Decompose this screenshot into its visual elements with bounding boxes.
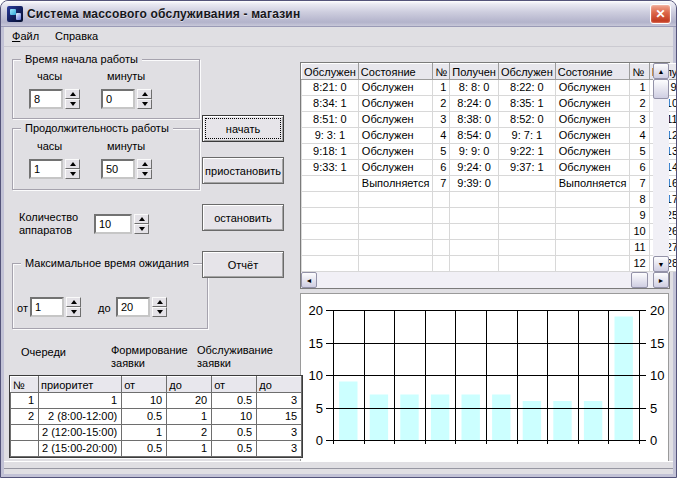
vertical-scrollbar[interactable]: ▲ ▼ xyxy=(653,63,669,272)
menu-item-file[interactable]: Файл xyxy=(4,27,47,44)
arrow-down-icon xyxy=(157,310,163,314)
spin-down-button[interactable] xyxy=(66,307,81,317)
grid-cell xyxy=(450,256,499,272)
close-button[interactable]: ✕ xyxy=(650,4,671,24)
utilization-chart-panel: 0055101015152020 xyxy=(300,293,669,463)
devices-count-input[interactable] xyxy=(94,214,132,234)
vertical-scroll-thumb[interactable] xyxy=(653,79,669,99)
grid-cell xyxy=(555,256,630,272)
grid-cell: 8:24: 0 xyxy=(450,96,499,112)
grid-cell: 3 xyxy=(257,425,302,441)
grid-cell: Обслужен xyxy=(358,144,433,160)
duration-hours-input[interactable] xyxy=(29,159,63,179)
spin-up-button[interactable] xyxy=(137,89,152,99)
spin-up-button[interactable] xyxy=(134,214,149,224)
grid-cell: 4 xyxy=(630,128,649,144)
grid-cell xyxy=(302,224,359,240)
grid-cell: 8:22: 0 xyxy=(498,80,555,96)
grid-cell: 2 xyxy=(167,425,212,441)
duration-minutes-input[interactable] xyxy=(101,159,135,179)
grid-cell xyxy=(498,240,555,256)
arrow-up-icon xyxy=(70,92,76,96)
grid-cell xyxy=(358,224,433,240)
grid-cell xyxy=(498,192,555,208)
grid-row: 118:27: 08 xyxy=(302,240,677,256)
spin-down-button[interactable] xyxy=(137,99,152,109)
pause-button[interactable]: приостановить xyxy=(202,157,284,184)
spin-up-button[interactable] xyxy=(66,297,81,307)
spin-up-button[interactable] xyxy=(65,89,80,99)
grid-cell xyxy=(433,256,450,272)
scroll-down-button[interactable]: ▼ xyxy=(653,256,669,272)
scroll-up-button[interactable]: ▲ xyxy=(653,63,669,79)
horizontal-scroll-thumb[interactable] xyxy=(631,272,648,288)
start-hours-input[interactable] xyxy=(29,89,63,109)
spin-down-button[interactable] xyxy=(65,169,80,179)
grid-cell: 8:52: 0 xyxy=(498,112,555,128)
grid-cell xyxy=(11,441,39,457)
grid-cell: 9: 7: 1 xyxy=(498,128,555,144)
arrow-down-icon xyxy=(70,172,76,176)
arrow-up-icon xyxy=(139,217,145,221)
spin-down-button[interactable] xyxy=(65,99,80,109)
scroll-right-button[interactable]: ► xyxy=(653,272,669,288)
grid-column-header: до xyxy=(257,377,302,393)
wait-to-input[interactable] xyxy=(116,297,150,317)
grid-cell: 0.5 xyxy=(212,441,257,457)
grid-cell: 8 xyxy=(630,192,649,208)
grid-cell xyxy=(11,425,39,441)
arrow-up-icon xyxy=(70,162,76,166)
spin-up-button[interactable] xyxy=(152,297,167,307)
grid-column-header: Получен xyxy=(450,64,499,80)
grid-cell: 2 xyxy=(11,409,39,425)
grid-row: 8:21: 0Обслужен18: 8: 08:22: 0Обслужен18… xyxy=(302,80,677,96)
app-window: Система массового обслуживания - магазин… xyxy=(0,0,677,478)
grid-row: 98:25: 08 xyxy=(302,208,677,224)
grid-cell: Обслужен xyxy=(358,160,433,176)
title-bar[interactable]: Система массового обслуживания - магазин… xyxy=(1,1,676,27)
grid-cell: 5 xyxy=(630,144,649,160)
grid-cell: 9:18: 1 xyxy=(302,144,359,160)
spin-down-button[interactable] xyxy=(152,307,167,317)
grid-cell: 1 xyxy=(11,393,39,409)
grid-cell xyxy=(555,192,630,208)
group-max-wait: Максимальное время ожидания от до xyxy=(12,263,208,329)
start-minutes-input[interactable] xyxy=(101,89,135,109)
svg-text:20: 20 xyxy=(650,303,664,318)
menu-item-help[interactable]: Справка xyxy=(47,27,106,44)
spin-down-button[interactable] xyxy=(137,169,152,179)
grid-column-header: Состояние xyxy=(555,64,630,80)
report-button[interactable]: Отчёт xyxy=(202,251,284,278)
grid-column-header: от xyxy=(122,377,167,393)
start-button[interactable]: начать xyxy=(202,115,284,142)
arrow-up-icon xyxy=(142,92,148,96)
grid-cell: 0.5 xyxy=(122,409,167,425)
grid-cell: 10 xyxy=(122,393,167,409)
grid-cell: Обслужен xyxy=(555,96,630,112)
stop-button[interactable]: остановить xyxy=(202,204,284,231)
scroll-left-button[interactable]: ◄ xyxy=(301,272,317,288)
spin-down-button[interactable] xyxy=(134,224,149,234)
grid-cell: 9:39: 0 xyxy=(450,176,499,192)
window-title: Система массового обслуживания - магазин xyxy=(27,7,300,21)
svg-text:10: 10 xyxy=(309,368,323,383)
grid-cell: 9:24: 0 xyxy=(450,160,499,176)
grid-cell: 8:54: 0 xyxy=(450,128,499,144)
wait-from-input[interactable] xyxy=(30,297,64,317)
grid-column-header: Обслужен xyxy=(498,64,555,80)
grid-row: 1110200.53 xyxy=(11,393,302,409)
horizontal-scrollbar[interactable]: ◄ ► xyxy=(301,272,669,288)
grid-cell: 9: 3: 1 xyxy=(302,128,359,144)
spin-up-button[interactable] xyxy=(65,159,80,169)
app-icon xyxy=(7,6,23,22)
grid-cell: 9:22: 1 xyxy=(498,144,555,160)
arrow-down-icon: ▼ xyxy=(658,261,665,268)
grid-column-header: № xyxy=(11,377,39,393)
spin-up-button[interactable] xyxy=(137,159,152,169)
grid-row: 108:26: 08 xyxy=(302,224,677,240)
grid-cell xyxy=(302,192,359,208)
grid-cell: Обслужен xyxy=(358,96,433,112)
group-duration: Продолжительность работы часы минуты xyxy=(12,128,200,190)
grid-cell xyxy=(555,224,630,240)
grid-cell xyxy=(358,208,433,224)
